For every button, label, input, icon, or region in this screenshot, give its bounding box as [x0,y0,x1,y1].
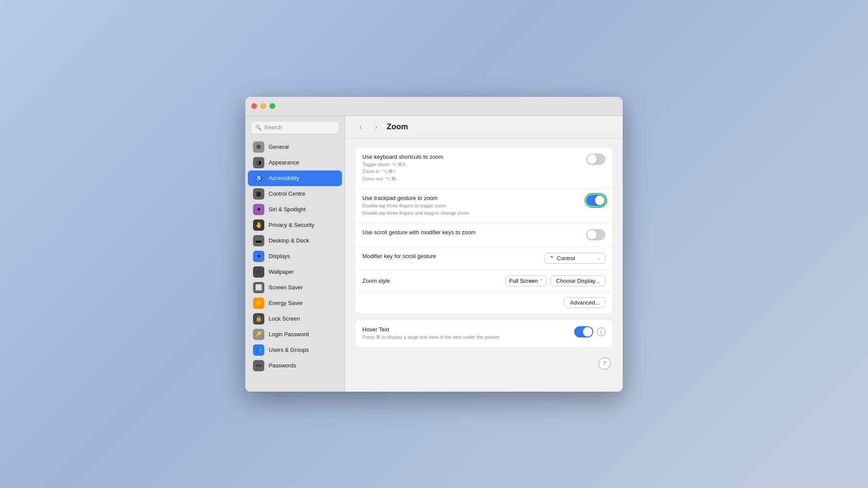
appearance-icon: ◑ [253,157,264,168]
sidebar-item-appearance[interactable]: ◑Appearance [248,155,342,170]
login-icon: 🔑 [253,329,264,340]
trackpad-gesture-title: Use trackpad gesture to zoom [362,195,581,201]
keyboard-shortcuts-subtitle: Toggle zoom: ⌥⌘8Zoom in: ⌥⌘=Zoom out: ⌥⌘… [362,161,581,183]
desktop-icon: ▬ [253,235,264,246]
sidebar-item-label-screensaver: Screen Saver [269,284,303,291]
window-content: 🔍 Search ⚙General◑Appearance♿Accessibili… [245,116,623,392]
page-title: Zoom [387,122,408,131]
sidebar: 🔍 Search ⚙General◑Appearance♿Accessibili… [245,116,345,392]
sidebar-item-login[interactable]: 🔑Login Password [248,327,342,342]
close-button[interactable] [251,103,257,109]
help-button[interactable]: ? [598,357,611,370]
hover-text-title: Hover Text [362,326,569,333]
hover-text-content: Hover Text Press ⌘ to display a large-te… [362,326,569,341]
modifier-key-content: Modifier key for scroll gesture [362,253,539,260]
displays-icon: ✦ [253,251,264,262]
sidebar-item-label-login: Login Password [269,331,309,337]
titlebar [245,97,623,116]
sidebar-item-label-displays: Displays [269,253,290,259]
main-content-area: ‹ › Zoom Use keyboard shortcuts to zoom … [345,116,623,392]
chevron-down-icon: ⌄ [597,256,601,261]
hover-text-toggle-knob [583,327,592,337]
trackpad-gesture-toggle[interactable] [586,195,605,206]
sidebar-item-displays[interactable]: ✦Displays [248,249,342,264]
sidebar-item-desktop[interactable]: ▬Desktop & Dock [248,233,342,249]
wallpaper-icon: ⬛ [253,266,264,278]
sidebar-item-passwords[interactable]: 🗝Passwords [248,358,342,373]
sidebar-item-label-general: General [269,144,289,150]
siri-icon: ✦ [253,204,264,215]
lock-icon: 🔒 [253,313,264,324]
main-header: ‹ › Zoom [345,116,623,139]
main-window: 🔍 Search ⚙General◑Appearance♿Accessibili… [245,97,623,392]
hover-text-card: Hover Text Press ⌘ to display a large-te… [355,320,612,347]
sidebar-item-label-passwords: Passwords [269,362,296,369]
scroll-gesture-toggle[interactable] [586,229,605,240]
modifier-key-dropdown[interactable]: ⌃ Control ⌄ [545,253,605,264]
trackpad-gesture-subtitle: Double-tap three fingers to toggle zoomD… [362,202,581,216]
zoom-style-row: Zoom style Full Screen ⌃ Choose Display.… [355,270,612,292]
zoom-style-value: Full Screen [509,278,538,284]
sidebar-item-general[interactable]: ⚙General [248,139,342,155]
help-row: ? [355,354,612,371]
sidebar-item-privacy[interactable]: 🤚Privacy & Security [248,217,342,233]
keyboard-shortcuts-toggle[interactable] [586,154,605,165]
zoom-style-stepper[interactable]: Full Screen ⌃ [505,275,547,286]
search-icon: 🔍 [255,124,262,131]
energy-icon: ⚡ [253,298,264,309]
sidebar-item-label-desktop: Desktop & Dock [269,237,309,244]
sidebar-item-screensaver[interactable]: ⬜Screen Saver [248,280,342,295]
search-placeholder: Search [264,124,282,131]
keyboard-shortcuts-title: Use keyboard shortcuts to zoom [362,154,581,160]
zoom-settings-card: Use keyboard shortcuts to zoom Toggle zo… [355,147,612,314]
modifier-key-title: Modifier key for scroll gesture [362,253,539,259]
trackpad-gesture-control [586,195,605,206]
minimize-button[interactable] [260,103,266,109]
sidebar-item-label-energy: Energy Saver [269,300,303,306]
sidebar-items-container: ⚙General◑Appearance♿Accessibility▦Contro… [245,139,345,373]
forward-button[interactable]: › [371,122,381,132]
back-button[interactable]: ‹ [355,122,366,132]
control-centre-icon: ▦ [253,188,264,200]
sidebar-item-control-centre[interactable]: ▦Control Centre [248,186,342,202]
screensaver-icon: ⬜ [253,282,264,293]
sidebar-item-label-wallpaper: Wallpaper [269,269,294,275]
privacy-icon: 🤚 [253,219,264,231]
hover-text-info-icon[interactable]: i [597,328,605,336]
hover-text-subtitle: Press ⌘ to display a large-text view of … [362,334,569,341]
zoom-style-controls: Full Screen ⌃ Choose Display... [505,275,605,286]
passwords-icon: 🗝 [253,360,264,371]
stepper-icon: ⌃ [539,278,543,283]
sidebar-item-label-appearance: Appearance [269,159,299,166]
sidebar-item-label-users: Users & Groups [269,347,309,353]
traffic-lights [251,103,275,109]
scroll-gesture-content: Use scroll gesture with modifier keys to… [362,229,581,236]
hover-text-toggle[interactable] [574,326,593,337]
advanced-row: Advanced... [355,292,612,313]
modifier-key-value: Control [557,255,595,262]
sidebar-item-accessibility[interactable]: ♿Accessibility [248,170,342,186]
sidebar-item-energy[interactable]: ⚡Energy Saver [248,295,342,311]
accessibility-icon: ♿ [253,173,264,184]
trackpad-gesture-toggle-knob [595,196,605,205]
keyboard-shortcuts-content: Use keyboard shortcuts to zoom Toggle zo… [362,154,581,183]
choose-display-button[interactable]: Choose Display... [550,275,605,286]
scroll-gesture-toggle-knob [587,230,597,239]
sidebar-item-users[interactable]: 👥Users & Groups [248,342,342,358]
sidebar-item-wallpaper[interactable]: ⬛Wallpaper [248,264,342,280]
sidebar-item-lock[interactable]: 🔒Lock Screen [248,311,342,327]
keyboard-shortcuts-control [586,154,605,165]
maximize-button[interactable] [270,103,275,109]
sidebar-item-label-privacy: Privacy & Security [269,222,314,228]
modifier-key-row: Modifier key for scroll gesture ⌃ Contro… [355,247,612,270]
users-icon: 👥 [253,344,264,356]
general-icon: ⚙ [253,141,264,153]
modifier-key-prefix: ⌃ [549,255,554,262]
trackpad-gesture-content: Use trackpad gesture to zoom Double-tap … [362,195,581,216]
trackpad-gesture-row: Use trackpad gesture to zoom Double-tap … [355,189,612,223]
sidebar-item-siri[interactable]: ✦Siri & Spotlight [248,202,342,217]
search-bar[interactable]: 🔍 Search [250,121,339,134]
sidebar-item-label-siri: Siri & Spotlight [269,206,306,213]
sidebar-item-label-lock: Lock Screen [269,315,300,322]
advanced-button[interactable]: Advanced... [564,297,605,308]
